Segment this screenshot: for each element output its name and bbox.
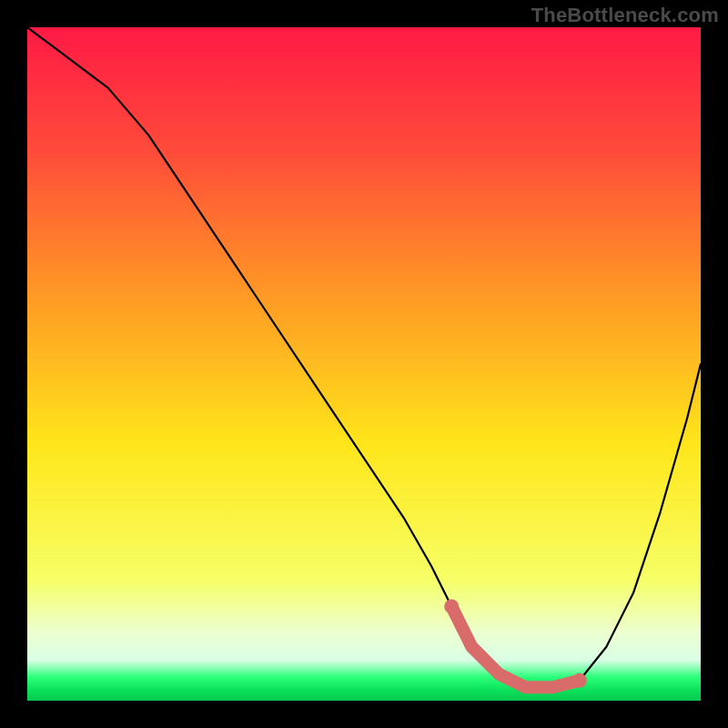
chart-frame: TheBottleneck.com [0,0,728,728]
chart-svg [27,27,701,701]
highlight-endpoint [572,673,587,688]
gradient-background [27,27,701,701]
highlight-endpoint [444,599,459,613]
watermark-text: TheBottleneck.com [531,4,719,27]
plot-area [27,27,701,701]
